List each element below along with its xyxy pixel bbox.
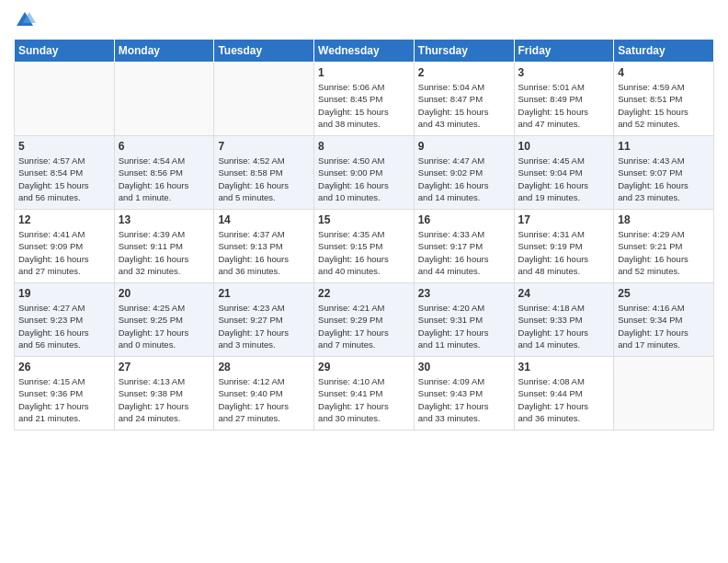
day-number: 13 (119, 213, 210, 226)
day-cell (114, 63, 214, 136)
day-cell: 10Sunrise: 4:45 AM Sunset: 9:04 PM Dayli… (514, 136, 614, 210)
day-info: Sunrise: 4:21 AM Sunset: 9:29 PM Dayligh… (318, 302, 410, 350)
day-info: Sunrise: 4:50 AM Sunset: 9:00 PM Dayligh… (318, 155, 410, 203)
header-day-wednesday: Wednesday (314, 40, 415, 63)
day-number: 10 (518, 140, 610, 153)
day-cell: 3Sunrise: 5:01 AM Sunset: 8:49 PM Daylig… (514, 63, 614, 136)
day-info: Sunrise: 4:27 AM Sunset: 9:23 PM Dayligh… (18, 302, 110, 350)
day-cell: 27Sunrise: 4:13 AM Sunset: 9:38 PM Dayli… (114, 357, 214, 431)
day-info: Sunrise: 4:10 AM Sunset: 9:41 PM Dayligh… (318, 375, 410, 424)
day-info: Sunrise: 4:09 AM Sunset: 9:43 PM Dayligh… (418, 375, 510, 424)
day-info: Sunrise: 4:37 AM Sunset: 9:13 PM Dayligh… (218, 228, 310, 277)
day-info: Sunrise: 5:04 AM Sunset: 8:47 PM Dayligh… (418, 81, 510, 130)
day-number: 4 (618, 66, 710, 79)
day-cell: 1Sunrise: 5:06 AM Sunset: 8:45 PM Daylig… (314, 63, 415, 136)
day-cell: 19Sunrise: 4:27 AM Sunset: 9:23 PM Dayli… (15, 283, 115, 357)
day-number: 17 (518, 213, 610, 226)
day-cell (614, 357, 714, 431)
day-info: Sunrise: 4:12 AM Sunset: 9:40 PM Dayligh… (218, 375, 310, 424)
day-number: 25 (618, 287, 710, 300)
day-info: Sunrise: 4:08 AM Sunset: 9:44 PM Dayligh… (518, 375, 610, 424)
day-info: Sunrise: 4:29 AM Sunset: 9:21 PM Dayligh… (618, 228, 710, 277)
day-info: Sunrise: 4:25 AM Sunset: 9:25 PM Dayligh… (119, 302, 210, 350)
day-cell: 28Sunrise: 4:12 AM Sunset: 9:40 PM Dayli… (214, 357, 314, 431)
day-info: Sunrise: 5:01 AM Sunset: 8:49 PM Dayligh… (518, 81, 610, 130)
day-cell (214, 63, 314, 136)
day-number: 2 (418, 66, 510, 79)
day-info: Sunrise: 4:41 AM Sunset: 9:09 PM Dayligh… (18, 228, 110, 277)
day-number: 14 (218, 213, 310, 226)
day-cell: 8Sunrise: 4:50 AM Sunset: 9:00 PM Daylig… (314, 136, 415, 210)
day-info: Sunrise: 4:47 AM Sunset: 9:02 PM Dayligh… (418, 155, 510, 203)
day-cell: 7Sunrise: 4:52 AM Sunset: 8:58 PM Daylig… (214, 136, 314, 210)
day-info: Sunrise: 4:45 AM Sunset: 9:04 PM Dayligh… (518, 155, 610, 203)
day-cell: 31Sunrise: 4:08 AM Sunset: 9:44 PM Dayli… (514, 357, 614, 431)
day-number: 12 (18, 213, 110, 226)
day-number: 24 (518, 287, 610, 300)
day-number: 5 (18, 140, 110, 153)
day-cell: 14Sunrise: 4:37 AM Sunset: 9:13 PM Dayli… (214, 210, 314, 283)
page: SundayMondayTuesdayWednesdayThursdayFrid… (0, 0, 728, 440)
calendar-body: 1Sunrise: 5:06 AM Sunset: 8:45 PM Daylig… (15, 63, 714, 431)
day-cell: 16Sunrise: 4:33 AM Sunset: 9:17 PM Dayli… (414, 210, 514, 283)
day-cell: 15Sunrise: 4:35 AM Sunset: 9:15 PM Dayli… (314, 210, 415, 283)
day-number: 20 (119, 287, 210, 300)
logo-icon (14, 9, 36, 31)
header-day-sunday: Sunday (15, 40, 115, 63)
day-cell: 23Sunrise: 4:20 AM Sunset: 9:31 PM Dayli… (414, 283, 514, 357)
day-number: 3 (518, 66, 610, 79)
day-info: Sunrise: 4:23 AM Sunset: 9:27 PM Dayligh… (218, 302, 310, 350)
day-info: Sunrise: 4:52 AM Sunset: 8:58 PM Dayligh… (218, 155, 310, 203)
day-cell (15, 63, 115, 136)
day-cell: 12Sunrise: 4:41 AM Sunset: 9:09 PM Dayli… (15, 210, 115, 283)
day-number: 18 (618, 213, 710, 226)
day-number: 30 (418, 361, 510, 373)
week-row-4: 19Sunrise: 4:27 AM Sunset: 9:23 PM Dayli… (15, 283, 714, 357)
day-cell: 21Sunrise: 4:23 AM Sunset: 9:27 PM Dayli… (214, 283, 314, 357)
day-info: Sunrise: 4:43 AM Sunset: 9:07 PM Dayligh… (618, 155, 710, 203)
logo (14, 9, 38, 31)
day-cell: 6Sunrise: 4:54 AM Sunset: 8:56 PM Daylig… (114, 136, 214, 210)
day-cell: 2Sunrise: 5:04 AM Sunset: 8:47 PM Daylig… (414, 63, 514, 136)
header (14, 9, 714, 31)
day-info: Sunrise: 4:13 AM Sunset: 9:38 PM Dayligh… (119, 375, 210, 424)
day-cell: 20Sunrise: 4:25 AM Sunset: 9:25 PM Dayli… (114, 283, 214, 357)
day-cell: 4Sunrise: 4:59 AM Sunset: 8:51 PM Daylig… (614, 63, 714, 136)
week-row-1: 1Sunrise: 5:06 AM Sunset: 8:45 PM Daylig… (15, 63, 714, 136)
day-cell: 13Sunrise: 4:39 AM Sunset: 9:11 PM Dayli… (114, 210, 214, 283)
day-number: 26 (18, 361, 110, 373)
header-day-friday: Friday (514, 40, 614, 63)
day-number: 28 (218, 361, 310, 373)
day-info: Sunrise: 4:39 AM Sunset: 9:11 PM Dayligh… (119, 228, 210, 277)
day-cell: 9Sunrise: 4:47 AM Sunset: 9:02 PM Daylig… (414, 136, 514, 210)
day-info: Sunrise: 4:59 AM Sunset: 8:51 PM Dayligh… (618, 81, 710, 130)
day-info: Sunrise: 4:54 AM Sunset: 8:56 PM Dayligh… (119, 155, 210, 203)
day-info: Sunrise: 4:16 AM Sunset: 9:34 PM Dayligh… (618, 302, 710, 350)
day-number: 15 (318, 213, 410, 226)
day-cell: 30Sunrise: 4:09 AM Sunset: 9:43 PM Dayli… (414, 357, 514, 431)
day-info: Sunrise: 4:35 AM Sunset: 9:15 PM Dayligh… (318, 228, 410, 277)
day-number: 7 (218, 140, 310, 153)
day-cell: 24Sunrise: 4:18 AM Sunset: 9:33 PM Dayli… (514, 283, 614, 357)
day-info: Sunrise: 4:57 AM Sunset: 8:54 PM Dayligh… (18, 155, 110, 203)
day-cell: 17Sunrise: 4:31 AM Sunset: 9:19 PM Dayli… (514, 210, 614, 283)
header-day-monday: Monday (114, 40, 214, 63)
day-number: 16 (418, 213, 510, 226)
day-number: 27 (119, 361, 210, 373)
day-info: Sunrise: 4:15 AM Sunset: 9:36 PM Dayligh… (18, 375, 110, 424)
calendar-header: SundayMondayTuesdayWednesdayThursdayFrid… (15, 40, 714, 63)
header-day-tuesday: Tuesday (214, 40, 314, 63)
day-number: 29 (318, 361, 410, 373)
day-number: 6 (119, 140, 210, 153)
day-info: Sunrise: 5:06 AM Sunset: 8:45 PM Dayligh… (318, 81, 410, 130)
day-cell: 29Sunrise: 4:10 AM Sunset: 9:41 PM Dayli… (314, 357, 415, 431)
week-row-2: 5Sunrise: 4:57 AM Sunset: 8:54 PM Daylig… (15, 136, 714, 210)
day-cell: 18Sunrise: 4:29 AM Sunset: 9:21 PM Dayli… (614, 210, 714, 283)
day-cell: 26Sunrise: 4:15 AM Sunset: 9:36 PM Dayli… (15, 357, 115, 431)
day-number: 22 (318, 287, 410, 300)
day-number: 8 (318, 140, 410, 153)
week-row-3: 12Sunrise: 4:41 AM Sunset: 9:09 PM Dayli… (15, 210, 714, 283)
day-info: Sunrise: 4:20 AM Sunset: 9:31 PM Dayligh… (418, 302, 510, 350)
week-row-5: 26Sunrise: 4:15 AM Sunset: 9:36 PM Dayli… (15, 357, 714, 431)
day-cell: 5Sunrise: 4:57 AM Sunset: 8:54 PM Daylig… (15, 136, 115, 210)
